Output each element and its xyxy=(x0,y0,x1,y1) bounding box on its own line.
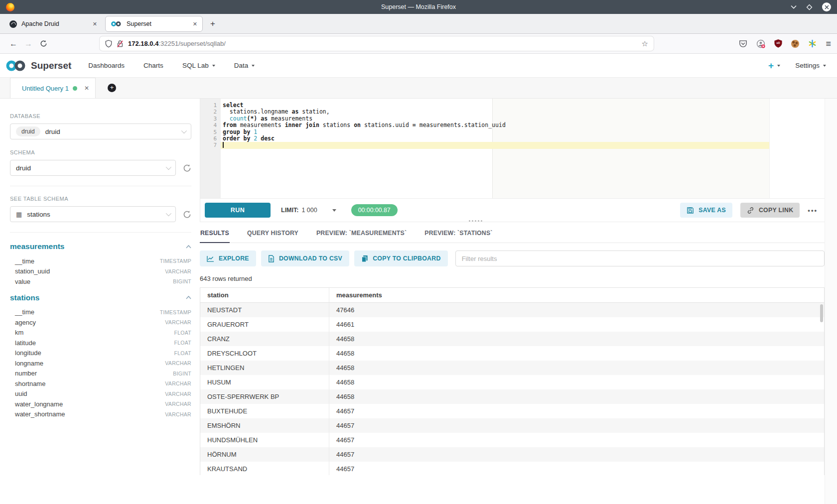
filter-results-input[interactable] xyxy=(455,251,825,266)
query-tab-close-icon[interactable]: ✕ xyxy=(84,85,89,92)
hamburger-menu-icon[interactable]: ≡ xyxy=(826,39,831,48)
code-line[interactable] xyxy=(221,142,769,148)
tab-close-icon[interactable]: ✕ xyxy=(93,21,97,27)
bookmark-star-icon[interactable]: ☆ xyxy=(642,39,648,48)
copy-to-clipboard-button[interactable]: COPY TO CLIPBOARD xyxy=(354,251,448,266)
refresh-schemas-icon[interactable] xyxy=(183,164,191,172)
code-line[interactable]: stations.longname as station, xyxy=(221,109,769,115)
editor-lines: select stations.longname as station, cou… xyxy=(221,102,769,149)
save-icon xyxy=(687,207,694,214)
nav-item-label: SQL Lab xyxy=(182,62,209,69)
code-token: stations.longname xyxy=(223,108,291,115)
nav-item-sql-lab[interactable]: SQL Lab xyxy=(182,62,215,69)
results-tab-preview-stations[interactable]: PREVIEW: `STATIONS` xyxy=(424,227,493,243)
close-window-button[interactable] xyxy=(822,2,831,11)
column-name: shortname xyxy=(15,380,45,387)
code-line[interactable]: count(*) as measurements xyxy=(221,116,769,122)
browser-tab-superset[interactable]: Superset ✕ xyxy=(105,16,203,32)
table-cell: 44661 xyxy=(329,317,825,332)
schema-column-row: valueBIGINT xyxy=(10,276,191,287)
new-tab-button[interactable]: + xyxy=(210,19,215,29)
nav-item-charts[interactable]: Charts xyxy=(143,62,163,69)
table-select[interactable]: ▦ stations xyxy=(10,206,176,222)
toolbar-extensions: uO ≡ xyxy=(739,39,831,48)
line-number: 7 xyxy=(200,142,217,148)
tracking-shield-icon[interactable] xyxy=(105,40,112,48)
table-scrollbar-thumb[interactable] xyxy=(820,304,823,322)
ublock-origin-icon[interactable]: uO xyxy=(774,39,782,48)
column-type: BIGINT xyxy=(173,278,191,284)
table-cell: HÖRNUM xyxy=(200,447,329,462)
table-cell: DREYSCHLOOT xyxy=(200,346,329,361)
account-icon[interactable] xyxy=(756,39,765,48)
schema-column-row: longitudeFLOAT xyxy=(10,348,191,359)
add-query-tab-button[interactable]: + xyxy=(108,84,116,92)
nav-item-dashboards[interactable]: Dashboards xyxy=(88,62,125,69)
more-options-icon[interactable]: ••• xyxy=(808,207,818,214)
column-type: BIGINT xyxy=(173,371,191,377)
column-name: water_longname xyxy=(15,400,63,408)
code-line[interactable]: from measurements inner join stations on… xyxy=(221,122,769,128)
save-as-button[interactable]: SAVE AS xyxy=(680,203,732,218)
column-name: km xyxy=(15,329,23,336)
editor-code-area[interactable]: select stations.longname as station, cou… xyxy=(221,99,769,198)
table-cell: 44658 xyxy=(329,389,825,404)
results-tab-query-history[interactable]: QUERY HISTORY xyxy=(247,227,299,243)
code-token: station, xyxy=(298,108,329,115)
table-cell: 44658 xyxy=(329,375,825,389)
nav-item-label: Charts xyxy=(143,62,163,69)
schema-column-row: station_uuidVARCHAR xyxy=(10,266,191,277)
code-line[interactable]: select xyxy=(221,102,769,109)
download-csv-button[interactable]: DOWNLOAD TO CSV xyxy=(261,251,349,266)
settings-menu[interactable]: Settings xyxy=(795,62,826,69)
nav-item-data[interactable]: Data xyxy=(234,62,255,69)
superset-brand[interactable]: Superset xyxy=(31,60,71,71)
code-line[interactable]: order by 2 desc xyxy=(221,135,769,142)
run-button[interactable]: RUN xyxy=(205,203,271,218)
refresh-tables-icon[interactable] xyxy=(183,210,191,219)
database-select[interactable]: druid druid xyxy=(10,124,191,139)
nav-items: DashboardsChartsSQL LabData xyxy=(88,62,255,69)
navbar-right: + Settings xyxy=(768,61,826,70)
url-text[interactable]: 172.18.0.4:32251/superset/sqllab/ xyxy=(128,40,226,47)
extension-asterisk-icon[interactable] xyxy=(808,39,817,48)
insecure-lock-icon[interactable] xyxy=(117,40,124,48)
code-token: order by xyxy=(223,135,250,142)
tab-close-icon[interactable]: ✕ xyxy=(193,21,197,27)
pocket-icon[interactable] xyxy=(739,39,747,48)
code-token: on xyxy=(354,122,361,128)
reload-icon[interactable] xyxy=(36,40,51,47)
code-line[interactable]: group by 1 xyxy=(221,129,769,135)
superset-favicon xyxy=(111,20,122,27)
results-actions: EXPLORE DOWNLOAD TO CSV COPY TO CLIPBOAR… xyxy=(200,251,825,266)
column-type: VARCHAR xyxy=(165,391,191,397)
table-cell: BUXTEHUDE xyxy=(200,404,329,418)
minimize-icon[interactable] xyxy=(791,5,797,9)
schema-table-header[interactable]: measurements xyxy=(10,242,191,251)
cookie-icon[interactable] xyxy=(791,40,799,48)
results-tab-preview-measurements[interactable]: PREVIEW: `MEASUREMENTS` xyxy=(316,227,407,243)
browser-tab-apache-druid[interactable]: Apache Druid ✕ xyxy=(4,16,102,32)
code-token: = xyxy=(413,122,416,128)
back-icon[interactable]: ← xyxy=(6,39,21,48)
explore-button[interactable]: EXPLORE xyxy=(200,251,256,266)
add-new-button[interactable]: + xyxy=(768,61,780,70)
limit-label: LIMIT: xyxy=(281,207,298,214)
pane-resize-handle[interactable] xyxy=(469,220,482,222)
sql-editor[interactable]: 1234567 select stations.longname as stat… xyxy=(200,99,770,198)
column-name: water_shortname xyxy=(15,410,65,418)
url-bar[interactable]: 172.18.0.4:32251/superset/sqllab/ ☆ xyxy=(100,36,654,51)
window-controls xyxy=(791,2,831,11)
limit-dropdown[interactable]: LIMIT: 1 000 xyxy=(281,207,336,214)
code-token xyxy=(223,115,230,122)
results-tab-results[interactable]: RESULTS xyxy=(200,227,230,243)
line-number: 3 xyxy=(200,116,217,122)
schema-table-header[interactable]: stations xyxy=(10,293,191,302)
schema-select[interactable]: druid xyxy=(10,160,176,176)
superset-logo[interactable] xyxy=(5,60,27,72)
maximize-icon[interactable] xyxy=(806,4,813,10)
query-tab-untitled-query-1[interactable]: Untitled Query 1 ✕ xyxy=(10,78,96,98)
copy-link-button[interactable]: COPY LINK xyxy=(740,203,800,218)
forward-icon[interactable]: → xyxy=(21,39,36,48)
collapse-chevron-up-icon xyxy=(186,296,191,299)
